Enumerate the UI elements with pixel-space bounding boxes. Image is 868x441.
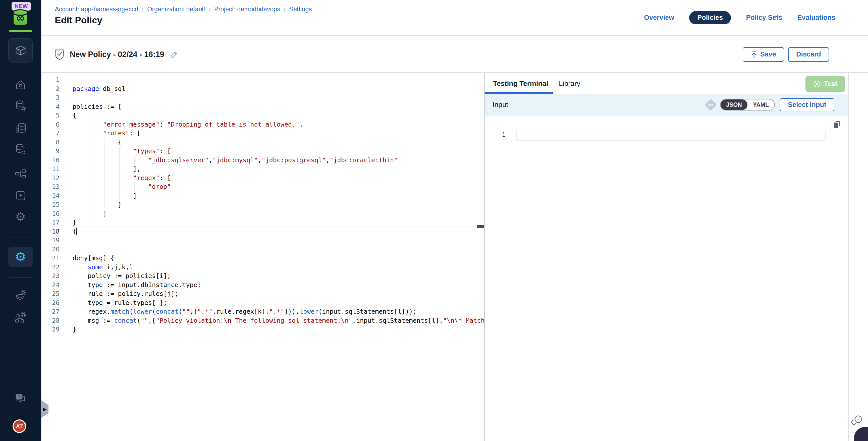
executions-play-icon	[15, 190, 26, 201]
code-text: }	[72, 325, 484, 334]
code-text: some i,j,k,l	[72, 263, 484, 272]
code-line[interactable]: 1	[42, 75, 484, 84]
line-number: 21	[42, 254, 72, 263]
code-line[interactable]: 9 "types": [	[42, 147, 484, 156]
code-text	[72, 245, 484, 254]
line-number: 28	[42, 316, 72, 325]
breadcrumb-link[interactable]: Account: app-harness-ng-cicd	[55, 5, 138, 12]
code-line[interactable]: 18]	[42, 227, 484, 236]
code-line[interactable]: 11 ],	[42, 164, 484, 174]
line-number: 1	[42, 75, 72, 84]
code-line[interactable]: 21deny[msg] {	[42, 254, 484, 263]
chat-widget-button[interactable]	[854, 427, 868, 441]
sidebar-item-org-settings[interactable]	[0, 309, 41, 325]
caret-right-icon: ▶	[43, 406, 46, 412]
cube-icon	[14, 44, 27, 57]
code-text: policies := [	[72, 102, 484, 111]
code-line[interactable]: 24 type := input.dbInstance.type;	[42, 281, 484, 289]
sidebar-item-pipelines[interactable]	[0, 166, 41, 182]
sidebar-item-settings-active[interactable]: ⚙	[8, 247, 33, 267]
sidebar-item-settings[interactable]: ⚙	[0, 209, 41, 225]
copy-icon[interactable]	[833, 121, 841, 129]
save-button[interactable]: Save	[743, 47, 784, 62]
code-text: "regex": [	[72, 174, 484, 183]
code-line[interactable]: 17}	[42, 218, 484, 227]
code-line[interactable]: 22 some i,j,k,l	[42, 263, 484, 272]
code-text: type = rule.types[_];	[72, 298, 484, 307]
sidebar-module-button[interactable]	[8, 38, 33, 63]
line-number: 14	[42, 191, 72, 200]
code-text: "rules": [	[72, 129, 484, 138]
code-text: package db_sql	[72, 84, 484, 93]
code-line[interactable]: 7 "rules": [	[42, 129, 484, 138]
code-text: "types": [	[72, 147, 484, 156]
code-line[interactable]: 16 ]	[42, 209, 484, 218]
breadcrumb-link[interactable]: Organization: default	[147, 5, 205, 12]
code-format-icon: </>	[705, 99, 717, 111]
code-line[interactable]: 10 "jdbc:sqlserver","jdbc:mysql","jdbc:p…	[42, 156, 484, 165]
tab-testing-terminal[interactable]: Testing Terminal	[491, 80, 551, 88]
sidebar-item-help[interactable]: ?	[0, 391, 41, 407]
chat-bubbles-icon[interactable]	[850, 415, 864, 427]
test-button[interactable]: Test	[805, 76, 845, 92]
code-line[interactable]: 12 "regex": [	[42, 174, 484, 183]
code-line[interactable]: 27 regex.match(lower(concat("",[".*",rul…	[42, 307, 484, 316]
code-line[interactable]: 3	[42, 93, 484, 102]
code-text	[72, 93, 484, 102]
code-line[interactable]: 29}	[42, 325, 484, 334]
sidebar-item-executions[interactable]	[0, 187, 41, 203]
breadcrumb-link[interactable]: Project: demodbdevops	[214, 5, 280, 12]
edit-pencil-icon[interactable]	[170, 50, 178, 59]
line-number: 9	[42, 147, 72, 156]
user-avatar[interactable]: AT	[12, 419, 26, 433]
breadcrumb-link[interactable]: Settings	[289, 5, 312, 12]
code-text: ]	[72, 227, 484, 236]
content-area: Account: app-harness-ng-cicd›Organizatio…	[41, 0, 868, 441]
policy-toolbar: New Policy - 02/24 - 16:19 Save Discard	[42, 36, 868, 73]
code-line[interactable]: 13 "drop"	[42, 182, 484, 191]
active-tab-underline	[485, 92, 553, 94]
code-text: deny[msg] {	[72, 254, 484, 263]
rego-code-editor[interactable]: 12package db_sql34policies := [5{6 "erro…	[42, 73, 484, 441]
sidebar-item-db-instances[interactable]	[0, 98, 41, 114]
sidebar-item-db-schema[interactable]	[0, 141, 41, 157]
line-number: 26	[42, 298, 72, 307]
input-label: Input	[493, 101, 508, 109]
sidebar-item-project-settings[interactable]	[0, 288, 41, 304]
code-line[interactable]: 15 }	[42, 200, 484, 209]
code-line[interactable]: 6 "error_message": "Dropping of table is…	[42, 120, 484, 129]
code-text: ]	[72, 191, 484, 200]
breadcrumb: Account: app-harness-ng-cicd›Organizatio…	[55, 5, 312, 13]
discard-button[interactable]: Discard	[788, 47, 829, 62]
code-line[interactable]: 8 {	[42, 138, 484, 147]
line-number: 16	[42, 209, 72, 218]
code-line[interactable]: 19	[42, 236, 484, 245]
code-line[interactable]: 26 type = rule.types[_];	[42, 298, 484, 307]
code-line[interactable]: 20	[42, 245, 484, 254]
upload-arrow-icon	[751, 51, 757, 58]
line-number: 20	[42, 245, 72, 254]
sidebar-item-databases[interactable]	[0, 120, 41, 136]
play-circle-icon	[813, 80, 821, 88]
code-line[interactable]: 14 ]	[42, 191, 484, 200]
select-input-button[interactable]: Select Input	[780, 98, 834, 111]
code-line[interactable]: 28 msg := concat("",["Policy violation:\…	[42, 316, 484, 325]
code-line[interactable]: 5{	[42, 111, 484, 120]
input-editor[interactable]: 1	[485, 116, 848, 441]
nav-item-evaluations[interactable]: Evaluations	[797, 14, 835, 22]
input-current-line[interactable]: 1	[485, 130, 848, 140]
code-line[interactable]: 4policies := [	[42, 102, 484, 111]
line-number: 25	[42, 289, 72, 298]
code-line[interactable]: 25 rule := policy.rules[j];	[42, 289, 484, 298]
code-line[interactable]: 23 policy := policies[i];	[42, 272, 484, 281]
format-option-yaml[interactable]: YAML	[747, 99, 774, 110]
nav-item-overview[interactable]: Overview	[644, 14, 674, 22]
nav-item-policies[interactable]: Policies	[689, 11, 731, 24]
sidebar: NEW ∞	[0, 0, 41, 441]
tab-library[interactable]: Library	[556, 80, 583, 88]
nav-item-policy-sets[interactable]: Policy Sets	[746, 14, 782, 22]
code-line[interactable]: 2package db_sql	[42, 84, 484, 93]
format-option-json[interactable]: JSON	[720, 99, 747, 110]
harness-dbdevops-logo-icon[interactable]: ∞	[11, 9, 29, 27]
sidebar-item-home[interactable]	[0, 77, 41, 93]
